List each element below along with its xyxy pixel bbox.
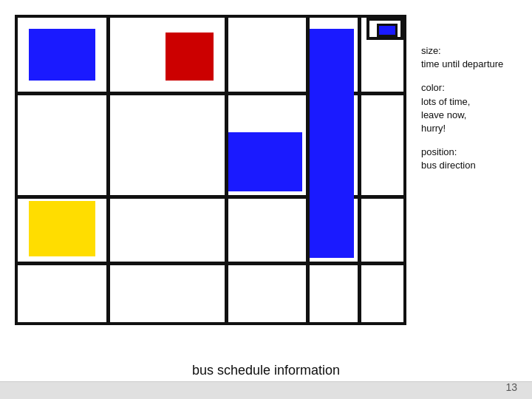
blue-block-middle [228,132,302,191]
mini-box-decoration [366,18,403,40]
red-block-top [166,33,214,81]
slide-container: size: time until departure color: lots o… [0,0,532,399]
horizontal-line-3 [18,262,403,265]
blue-block-tall [310,29,354,258]
page-number: 13 [505,381,517,393]
position-description: bus direction [421,160,476,171]
color-label: color: [421,82,445,93]
sidebar-panel: size: time until departure color: lots o… [421,44,517,183]
size-description: time until departure [421,58,503,69]
mini-box-inner [377,24,398,37]
size-label: size: [421,45,441,56]
bottom-bar: 13 [0,381,532,399]
vertical-line-1 [106,18,110,322]
size-section: size: time until departure [421,44,517,71]
position-section: position: bus direction [421,146,517,172]
position-label: position: [421,146,457,157]
grid-canvas [15,15,406,325]
color-section: color: lots of time,leave now,hurry! [421,81,517,135]
blue-block-topleft [29,29,95,81]
vertical-line-4 [358,18,361,322]
slide-title: bus schedule information [192,363,340,378]
yellow-block [29,201,95,256]
color-description: lots of time,leave now,hurry! [421,96,470,134]
